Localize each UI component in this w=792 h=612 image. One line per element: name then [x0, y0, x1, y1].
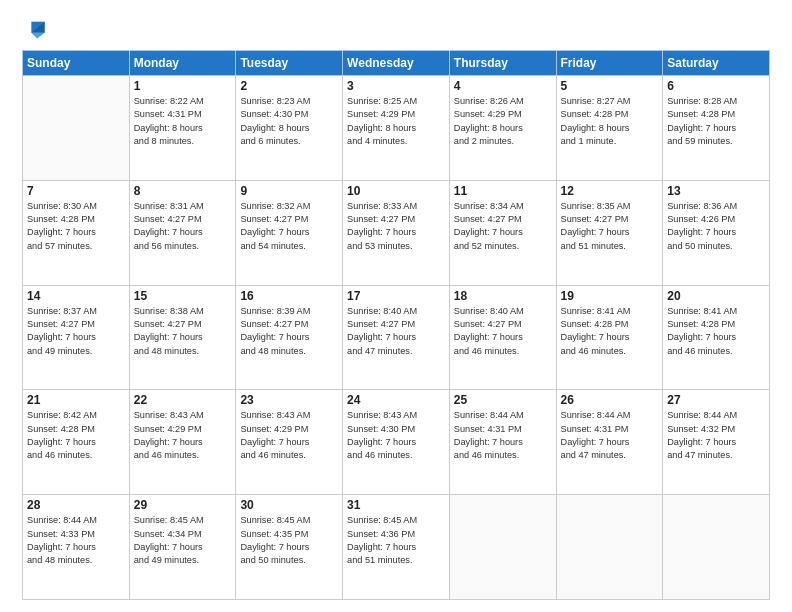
cell-sun-info: Sunrise: 8:30 AM Sunset: 4:28 PM Dayligh… [27, 200, 125, 253]
cell-sun-info: Sunrise: 8:27 AM Sunset: 4:28 PM Dayligh… [561, 95, 659, 148]
cell-sun-info: Sunrise: 8:45 AM Sunset: 4:34 PM Dayligh… [134, 514, 232, 567]
calendar-cell: 29Sunrise: 8:45 AM Sunset: 4:34 PM Dayli… [129, 495, 236, 600]
calendar-cell: 25Sunrise: 8:44 AM Sunset: 4:31 PM Dayli… [449, 390, 556, 495]
day-number: 19 [561, 289, 659, 303]
calendar-cell: 18Sunrise: 8:40 AM Sunset: 4:27 PM Dayli… [449, 285, 556, 390]
cell-sun-info: Sunrise: 8:41 AM Sunset: 4:28 PM Dayligh… [667, 305, 765, 358]
cell-sun-info: Sunrise: 8:23 AM Sunset: 4:30 PM Dayligh… [240, 95, 338, 148]
calendar-week-row: 1Sunrise: 8:22 AM Sunset: 4:31 PM Daylig… [23, 76, 770, 181]
day-number: 14 [27, 289, 125, 303]
cell-sun-info: Sunrise: 8:44 AM Sunset: 4:32 PM Dayligh… [667, 409, 765, 462]
cell-sun-info: Sunrise: 8:36 AM Sunset: 4:26 PM Dayligh… [667, 200, 765, 253]
day-number: 25 [454, 393, 552, 407]
calendar-cell: 19Sunrise: 8:41 AM Sunset: 4:28 PM Dayli… [556, 285, 663, 390]
calendar-cell: 15Sunrise: 8:38 AM Sunset: 4:27 PM Dayli… [129, 285, 236, 390]
cell-sun-info: Sunrise: 8:33 AM Sunset: 4:27 PM Dayligh… [347, 200, 445, 253]
cell-sun-info: Sunrise: 8:45 AM Sunset: 4:36 PM Dayligh… [347, 514, 445, 567]
day-number: 24 [347, 393, 445, 407]
calendar-header-tuesday: Tuesday [236, 51, 343, 76]
day-number: 31 [347, 498, 445, 512]
calendar-cell: 21Sunrise: 8:42 AM Sunset: 4:28 PM Dayli… [23, 390, 130, 495]
cell-sun-info: Sunrise: 8:32 AM Sunset: 4:27 PM Dayligh… [240, 200, 338, 253]
cell-sun-info: Sunrise: 8:40 AM Sunset: 4:27 PM Dayligh… [454, 305, 552, 358]
day-number: 28 [27, 498, 125, 512]
day-number: 22 [134, 393, 232, 407]
cell-sun-info: Sunrise: 8:44 AM Sunset: 4:31 PM Dayligh… [561, 409, 659, 462]
calendar-cell: 9Sunrise: 8:32 AM Sunset: 4:27 PM Daylig… [236, 180, 343, 285]
calendar-cell: 8Sunrise: 8:31 AM Sunset: 4:27 PM Daylig… [129, 180, 236, 285]
calendar-cell: 14Sunrise: 8:37 AM Sunset: 4:27 PM Dayli… [23, 285, 130, 390]
calendar-cell: 20Sunrise: 8:41 AM Sunset: 4:28 PM Dayli… [663, 285, 770, 390]
day-number: 10 [347, 184, 445, 198]
calendar-cell: 2Sunrise: 8:23 AM Sunset: 4:30 PM Daylig… [236, 76, 343, 181]
day-number: 11 [454, 184, 552, 198]
logo-icon [24, 18, 46, 40]
calendar-header-saturday: Saturday [663, 51, 770, 76]
cell-sun-info: Sunrise: 8:43 AM Sunset: 4:30 PM Dayligh… [347, 409, 445, 462]
cell-sun-info: Sunrise: 8:35 AM Sunset: 4:27 PM Dayligh… [561, 200, 659, 253]
day-number: 6 [667, 79, 765, 93]
calendar-cell: 24Sunrise: 8:43 AM Sunset: 4:30 PM Dayli… [343, 390, 450, 495]
day-number: 29 [134, 498, 232, 512]
day-number: 30 [240, 498, 338, 512]
cell-sun-info: Sunrise: 8:34 AM Sunset: 4:27 PM Dayligh… [454, 200, 552, 253]
cell-sun-info: Sunrise: 8:31 AM Sunset: 4:27 PM Dayligh… [134, 200, 232, 253]
day-number: 27 [667, 393, 765, 407]
calendar-cell: 17Sunrise: 8:40 AM Sunset: 4:27 PM Dayli… [343, 285, 450, 390]
calendar-header-thursday: Thursday [449, 51, 556, 76]
calendar-week-row: 21Sunrise: 8:42 AM Sunset: 4:28 PM Dayli… [23, 390, 770, 495]
cell-sun-info: Sunrise: 8:43 AM Sunset: 4:29 PM Dayligh… [134, 409, 232, 462]
calendar-cell [449, 495, 556, 600]
day-number: 18 [454, 289, 552, 303]
calendar-cell: 1Sunrise: 8:22 AM Sunset: 4:31 PM Daylig… [129, 76, 236, 181]
calendar-cell: 11Sunrise: 8:34 AM Sunset: 4:27 PM Dayli… [449, 180, 556, 285]
day-number: 23 [240, 393, 338, 407]
day-number: 16 [240, 289, 338, 303]
calendar-cell: 13Sunrise: 8:36 AM Sunset: 4:26 PM Dayli… [663, 180, 770, 285]
day-number: 3 [347, 79, 445, 93]
calendar-week-row: 14Sunrise: 8:37 AM Sunset: 4:27 PM Dayli… [23, 285, 770, 390]
calendar-week-row: 7Sunrise: 8:30 AM Sunset: 4:28 PM Daylig… [23, 180, 770, 285]
cell-sun-info: Sunrise: 8:39 AM Sunset: 4:27 PM Dayligh… [240, 305, 338, 358]
calendar-cell: 22Sunrise: 8:43 AM Sunset: 4:29 PM Dayli… [129, 390, 236, 495]
day-number: 2 [240, 79, 338, 93]
calendar-cell: 10Sunrise: 8:33 AM Sunset: 4:27 PM Dayli… [343, 180, 450, 285]
calendar-header-sunday: Sunday [23, 51, 130, 76]
day-number: 13 [667, 184, 765, 198]
day-number: 4 [454, 79, 552, 93]
day-number: 17 [347, 289, 445, 303]
cell-sun-info: Sunrise: 8:42 AM Sunset: 4:28 PM Dayligh… [27, 409, 125, 462]
calendar-cell [23, 76, 130, 181]
calendar-cell: 30Sunrise: 8:45 AM Sunset: 4:35 PM Dayli… [236, 495, 343, 600]
cell-sun-info: Sunrise: 8:44 AM Sunset: 4:31 PM Dayligh… [454, 409, 552, 462]
calendar-cell: 27Sunrise: 8:44 AM Sunset: 4:32 PM Dayli… [663, 390, 770, 495]
day-number: 15 [134, 289, 232, 303]
calendar-cell [663, 495, 770, 600]
cell-sun-info: Sunrise: 8:45 AM Sunset: 4:35 PM Dayligh… [240, 514, 338, 567]
calendar-cell: 28Sunrise: 8:44 AM Sunset: 4:33 PM Dayli… [23, 495, 130, 600]
calendar-cell: 12Sunrise: 8:35 AM Sunset: 4:27 PM Dayli… [556, 180, 663, 285]
day-number: 12 [561, 184, 659, 198]
calendar-table: SundayMondayTuesdayWednesdayThursdayFrid… [22, 50, 770, 600]
page-header [22, 18, 770, 42]
calendar-cell: 23Sunrise: 8:43 AM Sunset: 4:29 PM Dayli… [236, 390, 343, 495]
calendar-header-wednesday: Wednesday [343, 51, 450, 76]
day-number: 21 [27, 393, 125, 407]
calendar-cell: 16Sunrise: 8:39 AM Sunset: 4:27 PM Dayli… [236, 285, 343, 390]
day-number: 9 [240, 184, 338, 198]
calendar-cell: 7Sunrise: 8:30 AM Sunset: 4:28 PM Daylig… [23, 180, 130, 285]
cell-sun-info: Sunrise: 8:25 AM Sunset: 4:29 PM Dayligh… [347, 95, 445, 148]
day-number: 20 [667, 289, 765, 303]
day-number: 5 [561, 79, 659, 93]
cell-sun-info: Sunrise: 8:38 AM Sunset: 4:27 PM Dayligh… [134, 305, 232, 358]
cell-sun-info: Sunrise: 8:37 AM Sunset: 4:27 PM Dayligh… [27, 305, 125, 358]
cell-sun-info: Sunrise: 8:26 AM Sunset: 4:29 PM Dayligh… [454, 95, 552, 148]
calendar-cell: 4Sunrise: 8:26 AM Sunset: 4:29 PM Daylig… [449, 76, 556, 181]
calendar-week-row: 28Sunrise: 8:44 AM Sunset: 4:33 PM Dayli… [23, 495, 770, 600]
calendar-header-friday: Friday [556, 51, 663, 76]
calendar-cell: 3Sunrise: 8:25 AM Sunset: 4:29 PM Daylig… [343, 76, 450, 181]
calendar-cell: 31Sunrise: 8:45 AM Sunset: 4:36 PM Dayli… [343, 495, 450, 600]
cell-sun-info: Sunrise: 8:22 AM Sunset: 4:31 PM Dayligh… [134, 95, 232, 148]
calendar-header-monday: Monday [129, 51, 236, 76]
calendar-cell [556, 495, 663, 600]
